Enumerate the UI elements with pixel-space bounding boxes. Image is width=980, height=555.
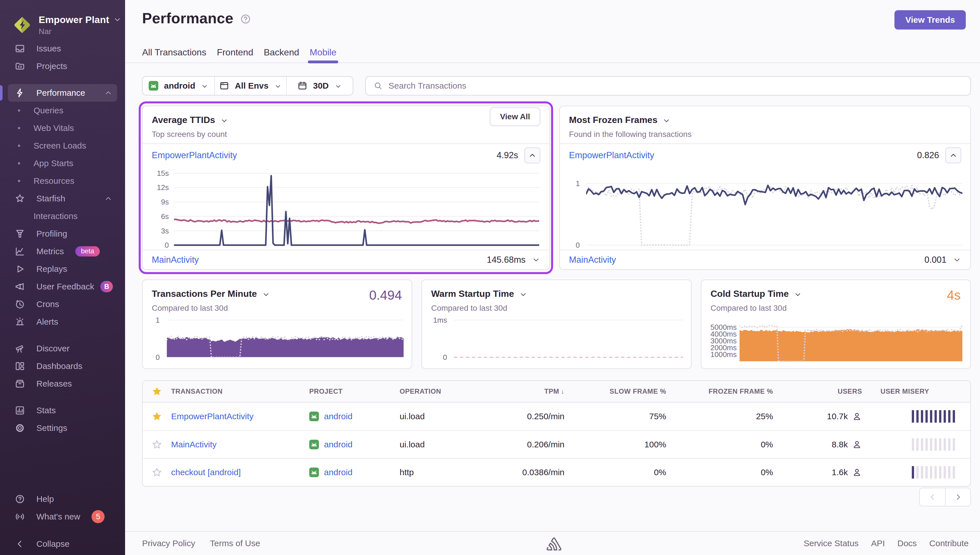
sidebar-item-dashboards[interactable]: Dashboards [8, 357, 117, 375]
stats-icon [15, 405, 25, 415]
broadcast-icon [15, 512, 25, 522]
sidebar-item-discover[interactable]: Discover [8, 340, 117, 357]
sidebar-item-collapse[interactable]: Collapse [8, 535, 117, 553]
misery-bar [912, 410, 914, 423]
misery-bar [948, 410, 950, 423]
empower-plant-logo-icon [13, 16, 31, 34]
sidebar-item-performance[interactable]: Performance [8, 84, 117, 102]
sidebar-item-issues[interactable]: Issues [8, 40, 117, 58]
tab-all-transactions[interactable]: All Transactions [142, 42, 206, 63]
sidebar-item-interactions[interactable]: Interactions [8, 207, 117, 225]
misery-bar [912, 466, 914, 479]
col-users[interactable]: USERS [838, 387, 862, 395]
sidebar-item-screen-loads[interactable]: Screen Loads [8, 137, 117, 154]
tab-frontend[interactable]: Frontend [217, 42, 253, 63]
tab-backend[interactable]: Backend [264, 42, 299, 63]
chevron-down-icon[interactable] [262, 290, 270, 298]
warm-startup-subtitle: Compared to last 30d [431, 304, 682, 313]
chevron-down-icon[interactable] [794, 290, 802, 298]
footer-link-docs[interactable]: Docs [897, 539, 917, 548]
view-trends-button[interactable]: View Trends [895, 10, 966, 29]
col-user-misery[interactable]: USER MISERY [862, 387, 971, 395]
sidebar-item-app-starts[interactable]: App Starts [8, 154, 117, 172]
environment-filter[interactable]: All Envs [214, 77, 286, 95]
project-link[interactable]: android [324, 467, 352, 477]
star-outline-icon[interactable] [151, 439, 162, 450]
chevron-down-icon[interactable] [532, 256, 540, 264]
footer-link-api[interactable]: API [871, 539, 885, 548]
transaction-link[interactable]: MainActivity [171, 440, 309, 449]
transaction-link[interactable]: EmpowerPlantActivity [569, 150, 654, 160]
project-link[interactable]: android [324, 412, 352, 421]
sidebar-item-stats[interactable]: Stats [8, 402, 117, 419]
sidebar-item-profiling[interactable]: Profiling [8, 225, 117, 242]
footer-link-service-status[interactable]: Service Status [803, 539, 858, 548]
footer-link-contribute[interactable]: Contribute [929, 539, 969, 548]
chevron-up-icon [528, 151, 537, 160]
previous-page-button[interactable] [920, 488, 945, 506]
sidebar-item-label: App Starts [34, 159, 73, 168]
sidebar-item-label: What's new [36, 512, 80, 521]
col-slow-frame[interactable]: SLOW FRAME % [610, 387, 666, 395]
chevron-down-icon[interactable] [953, 256, 961, 264]
sidebar-item-label: Issues [36, 44, 61, 53]
next-page-button[interactable] [945, 488, 970, 506]
sidebar-item-metrics[interactable]: Metricsbeta [8, 242, 117, 260]
sidebar-item-whats-new[interactable]: What's new5 [8, 508, 117, 526]
sidebar-item-projects[interactable]: Projects [8, 58, 117, 75]
footer-link-privacy-policy[interactable]: Privacy Policy [142, 539, 195, 548]
collapse-row-button[interactable] [945, 148, 961, 163]
sidebar-item-label: Collapse [36, 539, 70, 549]
sidebar-item-starfish[interactable]: Starfish [8, 190, 117, 207]
sidebar-item-crons[interactable]: Crons [8, 295, 117, 313]
misery-bar [944, 466, 946, 479]
misery-bar [912, 438, 914, 451]
project-filter[interactable]: android [143, 77, 214, 95]
help-question-icon[interactable] [240, 14, 251, 24]
star-filled-icon[interactable] [151, 411, 162, 422]
sidebar-item-user-feedback[interactable]: User FeedbackB [8, 278, 117, 295]
user-icon [852, 440, 862, 450]
transaction-link[interactable]: EmpowerPlantActivity [152, 150, 237, 160]
sidebar-item-releases[interactable]: Releases [8, 375, 117, 393]
sidebar-item-help[interactable]: Help [8, 490, 117, 508]
sidebar-item-resources[interactable]: Resources [8, 172, 117, 190]
sidebar-item-replays[interactable]: Replays [8, 260, 117, 278]
tpm-cell: 0.206/min [527, 440, 564, 449]
project-link[interactable]: android [324, 440, 352, 449]
collapse-row-button[interactable] [524, 148, 540, 163]
transaction-link[interactable]: MainActivity [152, 255, 199, 265]
sidebar-item-settings[interactable]: Settings [8, 419, 117, 437]
sidebar-item-queries[interactable]: Queries [8, 102, 117, 119]
view-all-button[interactable]: View All [490, 107, 540, 126]
star-column-header-icon[interactable] [151, 386, 162, 397]
chevron-down-icon[interactable] [519, 290, 527, 298]
chevron-down-icon[interactable] [662, 117, 670, 125]
frozen-frame-cell: 0% [761, 440, 773, 449]
date-range-filter[interactable]: 30D [286, 77, 353, 95]
transaction-link[interactable]: EmpowerPlantActivity [171, 412, 309, 421]
misery-bar [939, 438, 941, 451]
transaction-link[interactable]: checkout [android] [171, 467, 309, 477]
tab-mobile[interactable]: Mobile [310, 42, 336, 63]
star-outline-icon[interactable] [151, 467, 162, 478]
col-transaction[interactable]: TRANSACTION [171, 387, 309, 395]
sidebar-item-web-vitals[interactable]: Web Vitals [8, 119, 117, 137]
search-transactions-box [365, 76, 971, 95]
search-transactions-input[interactable] [389, 81, 962, 91]
slow-frame-cell: 100% [644, 440, 666, 449]
col-tpm[interactable]: TPM↓ [544, 387, 564, 395]
col-project[interactable]: PROJECT [309, 387, 400, 395]
col-frozen-frame[interactable]: FROZEN FRAME % [708, 387, 773, 395]
profiling-icon [15, 229, 25, 239]
operation-cell: ui.load [400, 440, 482, 449]
sidebar: Empower Plant Nar IssuesProjectsPerforma… [0, 0, 125, 555]
footer-link-terms-of-use[interactable]: Terms of Use [210, 539, 260, 548]
transaction-link[interactable]: MainActivity [569, 255, 616, 265]
col-operation[interactable]: OPERATION [400, 387, 482, 395]
collapsed-transaction-row: MainActivity 145.68ms [143, 250, 549, 269]
org-switcher[interactable]: Empower Plant Nar [0, 0, 125, 40]
chevron-down-icon[interactable] [220, 117, 228, 125]
sidebar-item-alerts[interactable]: Alerts [8, 313, 117, 330]
warm-startup-chart [454, 318, 683, 360]
